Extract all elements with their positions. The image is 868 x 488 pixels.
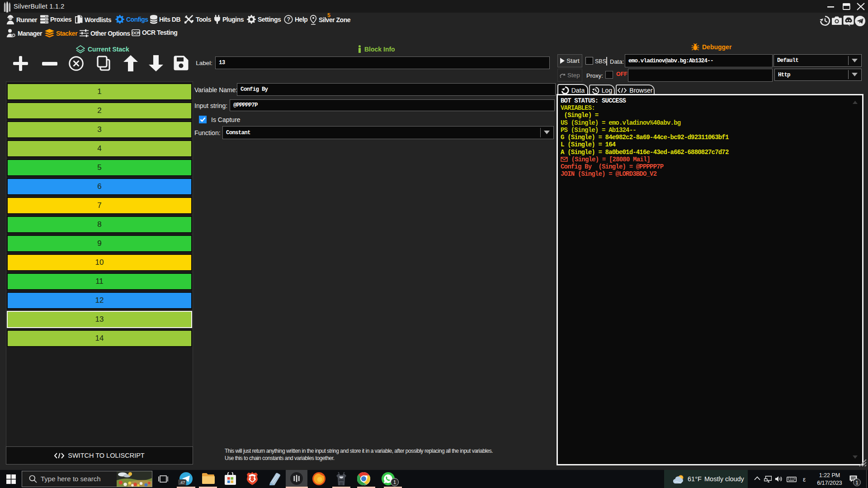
svg-text:OCR: OCR: [132, 30, 140, 35]
svg-text:?: ?: [287, 16, 290, 23]
